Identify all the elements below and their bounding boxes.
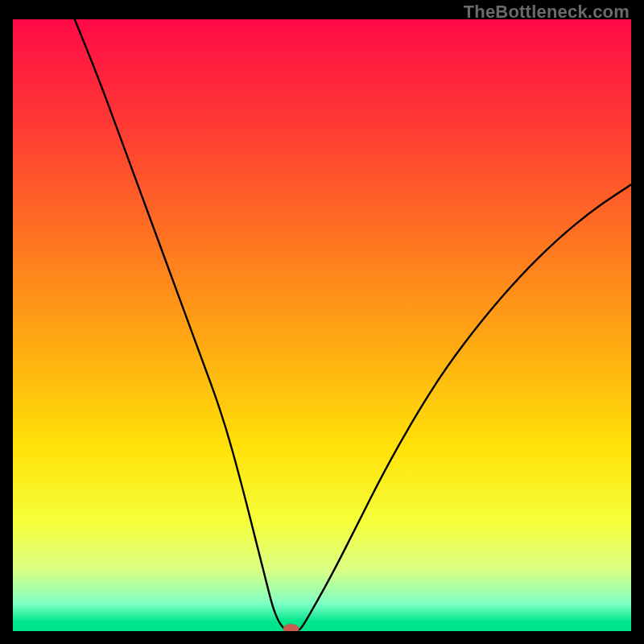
- watermark-label: TheBottleneck.com: [464, 2, 630, 23]
- gradient-background: [13, 19, 631, 631]
- chart-frame: TheBottleneck.com: [0, 0, 644, 644]
- bottleneck-chart: [13, 19, 631, 631]
